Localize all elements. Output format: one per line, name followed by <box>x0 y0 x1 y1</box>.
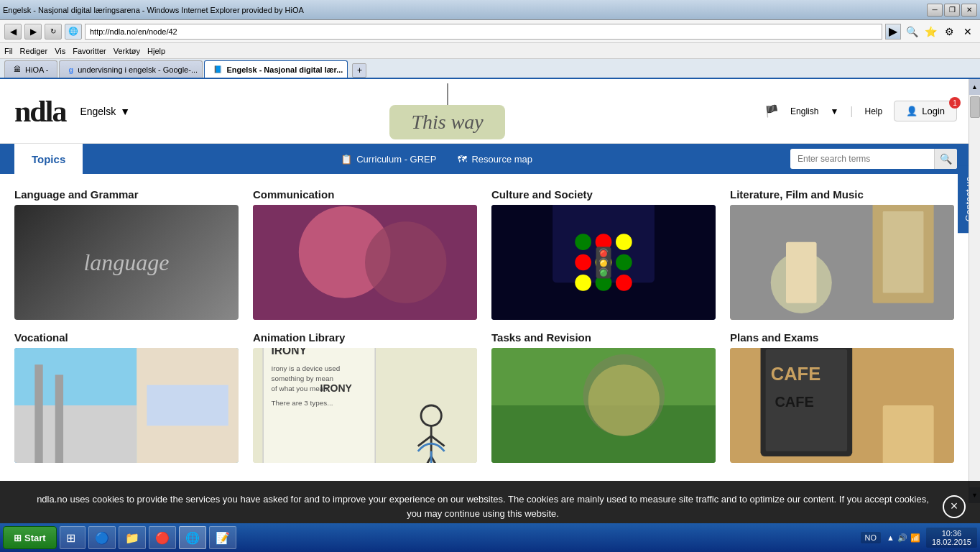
tab-hioa[interactable]: 🏛 HiOA - <box>4 60 57 78</box>
nav-bar: Topics 📋 Curriculum - GREP 🗺 Resource ma… <box>0 144 980 174</box>
topic-culture[interactable]: Culture and Society <box>491 188 716 331</box>
taskbar-item-1[interactable]: ⊞ <box>60 526 85 532</box>
lang-dropdown-icon: ▼ <box>120 106 130 117</box>
svg-point-10 <box>575 275 591 291</box>
taskbar-clock[interactable]: 10:36 18.02.2015 <box>926 528 977 532</box>
taskbar-icon-2: 🔵 <box>95 531 109 533</box>
svg-text:IRONY: IRONY <box>272 348 308 356</box>
language-selector[interactable]: Engelsk ▼ <box>80 106 130 117</box>
topic-plans[interactable]: Plans and Exams CAFE <box>730 331 954 474</box>
topic-literature-image <box>730 205 954 320</box>
taskbar: ⊞ Start ⊞ 🔵 📁 🔴 🌐 📝 NO ▲ 🔊 📶 10:36 18.02… <box>0 523 980 532</box>
topic-tasks[interactable]: Tasks and Revision <box>491 331 716 474</box>
header-left: ndla Engelsk ▼ <box>14 94 130 129</box>
tab-google[interactable]: g undervisning i engelsk - Google-... <box>59 60 203 78</box>
curriculum-link[interactable]: 📋 Curriculum - GREP <box>341 154 436 165</box>
tab-close-ndla[interactable]: × <box>347 65 348 73</box>
svg-point-42 <box>588 364 660 436</box>
main-content: Language and Grammar Communication Cultu… <box>0 174 980 489</box>
stop-icon[interactable]: ✕ <box>960 24 976 40</box>
scroll-thumb[interactable] <box>970 96 980 118</box>
site-header: ndla Engelsk ▼ This way 🏴 English ▼ | He… <box>0 79 980 144</box>
topic-tasks-title: Tasks and Revision <box>491 331 716 344</box>
favorites-icon[interactable]: ⭐ <box>923 24 938 40</box>
minimize-button[interactable]: ─ <box>927 4 943 17</box>
taskbar-item-5[interactable]: 🌐 <box>179 526 206 532</box>
taskbar-icon-1: ⊞ <box>66 531 75 533</box>
menu-rediger[interactable]: Rediger <box>20 47 48 55</box>
topics-nav-item[interactable]: Topics <box>14 144 83 174</box>
clock-time: 10:36 <box>932 529 971 532</box>
ndla-logo: ndla <box>14 94 65 129</box>
tab-favicon-ndla: 📘 <box>213 65 222 73</box>
svg-point-5 <box>596 234 612 250</box>
topic-vocational-image <box>14 348 239 463</box>
topic-language[interactable]: Language and Grammar <box>14 188 239 331</box>
topic-literature-title: Literature, Film and Music <box>730 188 954 201</box>
svg-rect-24 <box>147 385 228 426</box>
menu-fil[interactable]: Fil <box>4 47 13 55</box>
menu-vis[interactable]: Vis <box>55 47 65 55</box>
svg-rect-47 <box>883 405 934 463</box>
resource-label: Resource map <box>471 154 532 165</box>
back-button[interactable]: ◀ <box>4 24 22 40</box>
taskbar-icon-4: 🔴 <box>155 531 170 533</box>
start-button[interactable]: ⊞ Start <box>3 526 57 532</box>
close-button[interactable]: ✕ <box>961 4 977 17</box>
taskbar-item-4[interactable]: 🔴 <box>149 526 176 532</box>
menu-bar: Fil Rediger Vis Favoritter Verktøy Hjelp <box>0 43 980 59</box>
search-button[interactable]: 🔍 <box>934 149 957 169</box>
menu-hjelp[interactable]: Hjelp <box>147 47 165 55</box>
menu-verktoy[interactable]: Verktøy <box>114 47 140 55</box>
page-content: ▲ ▼ ndla Engelsk ▼ This way 🏴 English ▼ … <box>0 79 980 532</box>
restore-button[interactable]: ❐ <box>944 4 960 17</box>
resource-link[interactable]: 🗺 Resource map <box>458 154 532 165</box>
tab-ndla[interactable]: 📘 Engelsk - Nasjonal digital lær... × <box>204 60 348 78</box>
address-input[interactable] <box>85 24 882 40</box>
search-input[interactable] <box>790 154 934 164</box>
go-button[interactable]: ▶ <box>885 24 901 40</box>
tab-label-google: undervisning i engelsk - Google-... <box>78 65 198 74</box>
this-way-sign: This way <box>389 105 504 139</box>
topic-vocational[interactable]: Vocational <box>14 331 239 474</box>
cookie-close-button[interactable]: × <box>943 495 966 518</box>
refresh-button[interactable]: ↻ <box>45 24 62 40</box>
scrollbar[interactable]: ▲ ▼ <box>969 79 980 503</box>
svg-point-6 <box>596 254 612 271</box>
search-toolbar-icon[interactable]: 🔍 <box>904 24 920 40</box>
new-tab-button[interactable]: + <box>352 63 366 78</box>
tools-icon[interactable]: ⚙ <box>941 24 957 40</box>
help-link[interactable]: Help <box>865 106 883 116</box>
taskbar-right: NO ▲ 🔊 📶 10:36 18.02.2015 <box>861 528 977 532</box>
svg-point-8 <box>575 234 591 250</box>
titlebar-text: Engelsk - Nasjonal digital læringsarena … <box>3 6 927 14</box>
resource-icon: 🗺 <box>458 154 467 165</box>
lang-flag-icon: 🏴 <box>764 104 779 118</box>
search-bar: 🔍 <box>790 149 957 169</box>
taskbar-icon-5: 🌐 <box>185 531 200 533</box>
login-button[interactable]: 1 👤 Login <box>894 101 957 121</box>
topic-vocational-title: Vocational <box>14 331 239 344</box>
svg-point-9 <box>575 254 591 271</box>
tab-label-ndla: Engelsk - Nasjonal digital lær... <box>226 65 343 74</box>
window-controls[interactable]: ─ ❐ ✕ <box>927 4 977 17</box>
topic-literature[interactable]: Literature, Film and Music <box>730 188 954 331</box>
curriculum-icon: 📋 <box>341 154 352 165</box>
topics-grid: Language and Grammar Communication Cultu… <box>14 188 954 474</box>
scroll-up[interactable]: ▲ <box>969 79 980 95</box>
taskbar-icon-6: 📝 <box>216 531 230 533</box>
taskbar-item-2[interactable]: 🔵 <box>88 526 116 532</box>
forward-button[interactable]: ▶ <box>24 24 42 40</box>
english-link[interactable]: English <box>790 106 818 116</box>
taskbar-item-3[interactable]: 📁 <box>119 526 146 532</box>
topic-animation[interactable]: Animation Library IRONY Irony is a devic… <box>253 331 477 474</box>
svg-point-12 <box>616 254 632 271</box>
tab-label-hioa: HiOA - <box>25 65 48 74</box>
svg-text:There are 3 types...: There are 3 types... <box>272 399 333 407</box>
taskbar-item-6[interactable]: 📝 <box>209 526 236 532</box>
toolbar-right: 🔍 ⭐ ⚙ ✕ <box>904 24 976 40</box>
topic-communication[interactable]: Communication <box>253 188 477 331</box>
topic-language-title: Language and Grammar <box>14 188 239 201</box>
lang-dropdown-icon2[interactable]: ▼ <box>830 106 838 116</box>
menu-favoritter[interactable]: Favoritter <box>73 47 106 55</box>
